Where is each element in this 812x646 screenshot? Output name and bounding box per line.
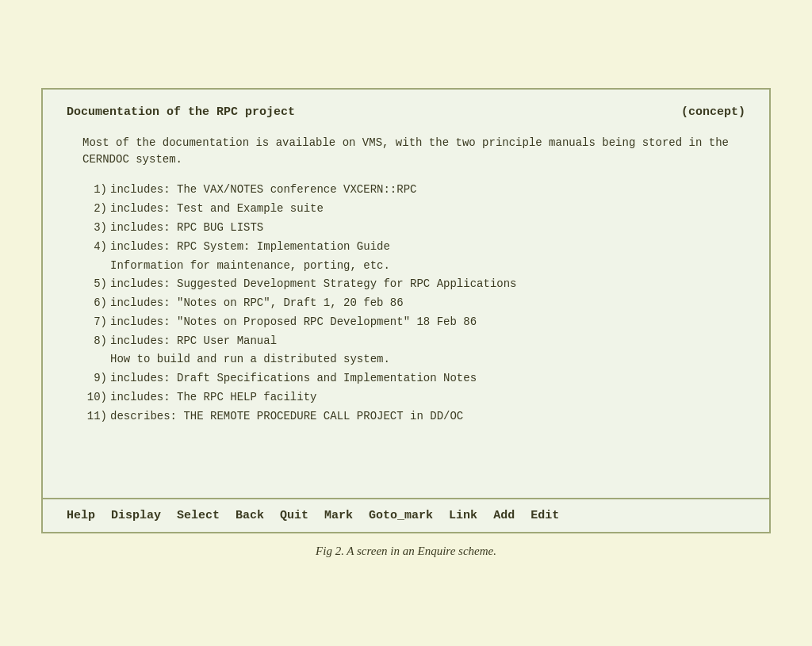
list-item: 4)includes: RPC System: Implementation G… xyxy=(82,238,745,276)
list-item: 5)includes: Suggested Development Strate… xyxy=(82,275,745,294)
item-content: includes: Suggested Development Strategy… xyxy=(110,275,745,294)
title-bar: Documentation of the RPC project (concep… xyxy=(67,105,745,119)
item-number: 7) xyxy=(82,313,110,332)
list-item: 9)includes: Draft Specifications and Imp… xyxy=(82,369,745,388)
toolbar-button-edit[interactable]: Edit xyxy=(530,509,559,522)
page-title: Documentation of the RPC project xyxy=(67,105,295,119)
item-number: 4) xyxy=(82,238,110,257)
item-content: includes: The VAX/NOTES conference VXCER… xyxy=(110,181,745,200)
items-list: 1)includes: The VAX/NOTES conference VXC… xyxy=(82,181,745,426)
item-number: 6) xyxy=(82,294,110,313)
list-item: 2)includes: Test and Example suite xyxy=(82,200,745,219)
toolbar-button-help[interactable]: Help xyxy=(67,509,95,522)
toolbar: HelpDisplaySelectBackQuitMarkGoto_markLi… xyxy=(43,498,769,532)
figure-caption: Fig 2. A screen in an Enquire scheme. xyxy=(316,545,496,558)
item-number: 11) xyxy=(82,407,110,426)
list-item: 11)describes: THE REMOTE PROCEDURE CALL … xyxy=(82,407,745,426)
toolbar-button-add[interactable]: Add xyxy=(493,509,515,522)
item-continuation: How to build and run a distributed syste… xyxy=(110,350,745,369)
main-window: Documentation of the RPC project (concep… xyxy=(41,88,771,533)
spacer xyxy=(67,426,745,474)
list-item: 1)includes: The VAX/NOTES conference VXC… xyxy=(82,181,745,200)
list-item: 6)includes: "Notes on RPC", Draft 1, 20 … xyxy=(82,294,745,313)
item-number: 10) xyxy=(82,388,110,407)
intro-paragraph: Most of the documentation is available o… xyxy=(82,135,745,168)
toolbar-button-goto-mark[interactable]: Goto_mark xyxy=(369,509,433,522)
concept-label: (concept) xyxy=(681,105,745,119)
item-content: describes: THE REMOTE PROCEDURE CALL PRO… xyxy=(110,407,745,426)
toolbar-button-back[interactable]: Back xyxy=(236,509,264,522)
item-content: includes: The RPC HELP facility xyxy=(110,388,745,407)
item-continuation: Information for maintenance, porting, et… xyxy=(110,257,745,276)
toolbar-button-quit[interactable]: Quit xyxy=(280,509,308,522)
toolbar-button-display[interactable]: Display xyxy=(111,509,161,522)
list-item: 10)includes: The RPC HELP facility xyxy=(82,388,745,407)
list-item: 7)includes: "Notes on Proposed RPC Devel… xyxy=(82,313,745,332)
toolbar-button-select[interactable]: Select xyxy=(177,509,220,522)
list-item: 3)includes: RPC BUG LISTS xyxy=(82,219,745,238)
item-content: includes: Test and Example suite xyxy=(110,200,745,219)
item-number: 9) xyxy=(82,369,110,388)
item-number: 8) xyxy=(82,332,110,351)
item-number: 1) xyxy=(82,181,110,200)
item-content: includes: RPC System: Implementation Gui… xyxy=(110,238,745,257)
toolbar-button-mark[interactable]: Mark xyxy=(324,509,353,522)
item-content: includes: RPC User Manual xyxy=(110,332,745,351)
item-content: includes: RPC BUG LISTS xyxy=(110,219,745,238)
list-item: 8)includes: RPC User ManualHow to build … xyxy=(82,332,745,370)
item-number: 3) xyxy=(82,219,110,238)
item-content: includes: "Notes on RPC", Draft 1, 20 fe… xyxy=(110,294,745,313)
item-number: 5) xyxy=(82,275,110,294)
item-number: 2) xyxy=(82,200,110,219)
toolbar-button-link[interactable]: Link xyxy=(449,509,477,522)
content-area: Documentation of the RPC project (concep… xyxy=(43,90,769,497)
item-content: includes: Draft Specifications and Imple… xyxy=(110,369,745,388)
item-content: includes: "Notes on Proposed RPC Develop… xyxy=(110,313,745,332)
